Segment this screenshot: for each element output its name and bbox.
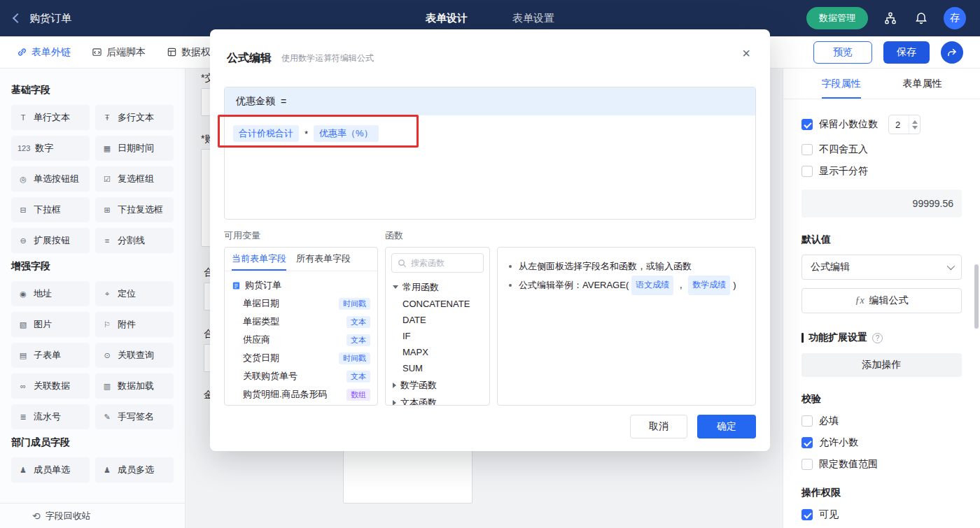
field-label: 数据加载 bbox=[118, 380, 154, 392]
checkbox-icon[interactable] bbox=[802, 144, 813, 155]
tab-current-form-fields[interactable]: 当前表单字段 bbox=[232, 248, 286, 271]
formula-target-field: 优惠金额 bbox=[236, 95, 275, 108]
variable-field-row[interactable]: 关联购货单号 文本 bbox=[243, 367, 370, 385]
option-allow-decimal[interactable]: 允许小数 bbox=[802, 436, 962, 449]
confirm-button[interactable]: 确定 bbox=[697, 415, 756, 438]
function-item[interactable]: SUM bbox=[386, 360, 489, 376]
field-palette-item[interactable]: ⊞ 下拉复选框 bbox=[95, 197, 174, 222]
field-palette-item[interactable]: ✎ 手写签名 bbox=[95, 404, 174, 429]
checkbox-icon[interactable] bbox=[802, 415, 813, 427]
external-link-item[interactable]: 表单外链 bbox=[17, 46, 71, 59]
function-group-collapsed[interactable]: 文本函数 bbox=[386, 394, 489, 406]
field-palette-item[interactable]: Ŧ 多行文本 bbox=[95, 105, 174, 130]
field-palette-item[interactable]: ♟ 成员多选 bbox=[95, 457, 174, 483]
save-button[interactable]: 保存 bbox=[883, 41, 930, 64]
tab-all-form-fields[interactable]: 所有表单字段 bbox=[296, 248, 351, 271]
field-palette-item[interactable]: ▦ 日期时间 bbox=[95, 136, 174, 161]
field-palette-item[interactable]: ≡ 分割线 bbox=[95, 228, 174, 253]
tab-form-design[interactable]: 表单设计 bbox=[426, 12, 468, 25]
variable-field-row[interactable]: 交货日期 时间戳 bbox=[243, 349, 370, 367]
decimal-places-stepper[interactable]: 2 bbox=[888, 115, 920, 134]
function-item[interactable]: CONCATENATE bbox=[386, 296, 489, 312]
option-thousand-separator[interactable]: 显示千分符 bbox=[802, 165, 962, 178]
functions-label: 函数 bbox=[385, 229, 403, 242]
formula-expression[interactable]: 合计价税合计 * 优惠率（%） bbox=[225, 115, 755, 152]
checkbox-icon[interactable] bbox=[802, 437, 813, 448]
checkbox-icon[interactable] bbox=[802, 459, 813, 470]
close-icon[interactable]: × bbox=[736, 43, 756, 63]
function-item[interactable]: IF bbox=[386, 328, 489, 344]
preview-button[interactable]: 预览 bbox=[813, 41, 872, 64]
formula-field-chip[interactable]: 合计价税合计 bbox=[233, 125, 299, 142]
checkbox-icon[interactable] bbox=[802, 166, 813, 177]
field-palette-item[interactable]: T 单行文本 bbox=[11, 105, 90, 130]
panel-scrollbar[interactable] bbox=[974, 264, 979, 329]
field-palette-item[interactable]: ⊙ 关联查询 bbox=[95, 343, 174, 368]
tab-form-properties[interactable]: 表单属性 bbox=[903, 69, 942, 99]
field-label: 定位 bbox=[118, 287, 136, 300]
field-label: 手写签名 bbox=[118, 411, 154, 423]
field-palette-item[interactable]: ⌖ 定位 bbox=[95, 281, 174, 306]
field-type-icon: 123 bbox=[18, 144, 30, 152]
data-manage-button[interactable]: 数据管理 bbox=[806, 7, 868, 29]
default-value-heading: 默认值 bbox=[802, 234, 962, 246]
basic-field-grid: T 单行文本 Ŧ 多行文本 123 数字 ▦ 日期时间 ◎ 单选按钮组 bbox=[11, 105, 174, 253]
add-action-button[interactable]: 添加操作 bbox=[802, 353, 962, 377]
formula-editor[interactable]: 优惠金额 = 合计价税合计 * 优惠率（%） bbox=[224, 87, 756, 220]
field-palette-item[interactable]: ⊖ 扩展按钮 bbox=[11, 228, 90, 253]
variable-field-row[interactable]: 单据类型 文本 bbox=[243, 313, 370, 331]
field-label: 复选框组 bbox=[118, 173, 154, 185]
option-no-rounding[interactable]: 不四舍五入 bbox=[802, 143, 962, 156]
function-search-box[interactable] bbox=[391, 253, 484, 273]
workflow-icon[interactable] bbox=[882, 10, 899, 27]
field-label: 关联数据 bbox=[34, 380, 70, 392]
tree-root-form[interactable]: 购货订单 bbox=[232, 276, 370, 294]
backend-script-item[interactable]: 后端脚本 bbox=[92, 46, 146, 59]
help-icon[interactable]: ? bbox=[872, 333, 883, 343]
option-value-range[interactable]: 限定数值范围 bbox=[802, 458, 962, 471]
field-palette-item[interactable]: ∞ 关联数据 bbox=[11, 373, 90, 399]
bullet-icon bbox=[509, 284, 512, 287]
edit-formula-button[interactable]: ƒx 编辑公式 bbox=[802, 288, 962, 313]
field-palette-item[interactable]: ⚐ 附件 bbox=[95, 312, 174, 337]
variable-field-row[interactable]: 购货明细.商品条形码 数组 bbox=[243, 385, 370, 404]
checkbox-icon[interactable] bbox=[802, 509, 813, 520]
notification-bell-icon[interactable] bbox=[913, 10, 930, 27]
function-search-input[interactable] bbox=[411, 258, 474, 268]
field-palette-item[interactable]: 123 数字 bbox=[11, 136, 90, 161]
stepper-up-icon[interactable] bbox=[912, 120, 918, 124]
field-palette-item[interactable]: ≣ 流水号 bbox=[11, 404, 90, 429]
field-palette-item[interactable]: ☑ 复选框组 bbox=[95, 166, 174, 192]
user-avatar[interactable]: 存 bbox=[944, 7, 966, 29]
function-group-collapsed[interactable]: 数学函数 bbox=[386, 376, 489, 394]
field-type-icon: ⚐ bbox=[102, 320, 113, 329]
field-palette-item[interactable]: ♟ 成员单选 bbox=[11, 457, 90, 483]
field-type-icon: ▧ bbox=[18, 320, 29, 329]
variable-field-row[interactable]: 单据日期 时间戳 bbox=[243, 294, 370, 313]
checkbox-icon[interactable] bbox=[802, 119, 813, 130]
field-palette-item[interactable]: ▤ 子表单 bbox=[11, 343, 90, 368]
option-decimal-places[interactable]: 保留小数位数 2 bbox=[802, 115, 962, 134]
default-value-select[interactable]: 公式编辑 bbox=[802, 255, 962, 280]
option-visible[interactable]: 可见 bbox=[802, 508, 962, 521]
formula-field-chip[interactable]: 优惠率（%） bbox=[314, 125, 379, 142]
variables-panel: 当前表单字段 所有表单字段 购货订单 单据日期 时间戳 bbox=[224, 247, 378, 406]
field-palette-item[interactable]: ▥ 数据加载 bbox=[95, 373, 174, 399]
share-button[interactable] bbox=[941, 41, 963, 64]
cancel-button[interactable]: 取消 bbox=[630, 415, 687, 438]
field-palette-item[interactable]: ◉ 地址 bbox=[11, 281, 90, 306]
field-palette-item[interactable]: ▧ 图片 bbox=[11, 312, 90, 337]
option-required[interactable]: 必填 bbox=[802, 415, 962, 427]
function-item[interactable]: MAPX bbox=[386, 344, 489, 360]
function-item[interactable]: DATE bbox=[386, 312, 489, 328]
field-palette-item[interactable]: ⊟ 下拉框 bbox=[11, 197, 90, 222]
field-type-icon: Ŧ bbox=[102, 113, 113, 122]
field-recycle-bin[interactable]: ⟲ 字段回收站 bbox=[0, 503, 185, 528]
tab-form-settings[interactable]: 表单设置 bbox=[512, 12, 554, 25]
function-group-common[interactable]: 常用函数 bbox=[386, 278, 489, 296]
variable-field-row[interactable]: 供应商 文本 bbox=[243, 331, 370, 349]
tab-field-properties[interactable]: 字段属性 bbox=[822, 69, 861, 99]
field-palette-item[interactable]: ◎ 单选按钮组 bbox=[11, 166, 90, 192]
back-icon[interactable] bbox=[13, 13, 22, 23]
stepper-down-icon[interactable] bbox=[912, 126, 918, 129]
